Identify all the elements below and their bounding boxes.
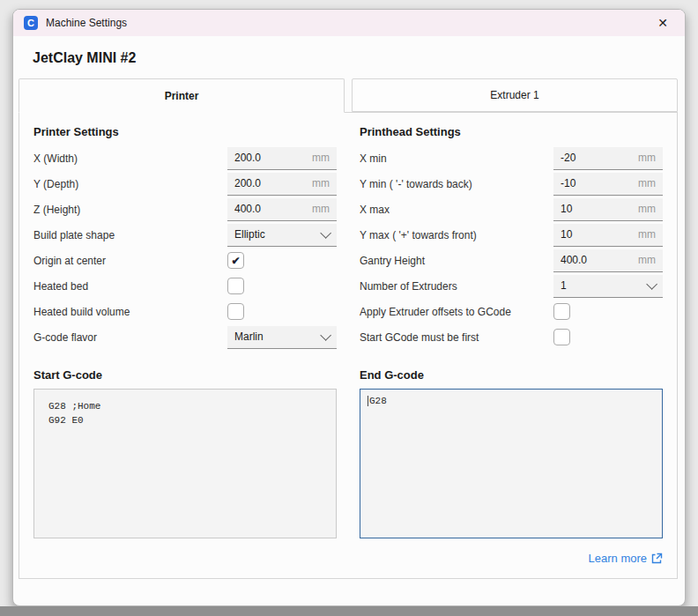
end-gcode-section: End G-code G28 [360, 368, 663, 538]
field-label: X max [360, 204, 553, 216]
field-row: Number of Extruders 1 [360, 273, 663, 299]
field-label: G-code flavor [33, 331, 227, 344]
field-label: Origin at center [33, 255, 227, 267]
field-row: Y min ( '-' towards back) -10 mm [360, 171, 663, 197]
field-row: Start GCode must be first [360, 324, 663, 350]
field-label: Number of Extruders [360, 280, 553, 293]
checkmark-icon: ✔ [231, 256, 240, 266]
field-value: 400.0 [561, 254, 587, 266]
field-row: G-code flavor Marlin [33, 324, 337, 350]
field-label: Y max ( '+' towards front) [360, 229, 553, 241]
learn-more-link[interactable]: Learn more [589, 552, 663, 565]
tab-printer[interactable]: Printer [19, 78, 345, 113]
field-label: Build plate shape [33, 229, 227, 241]
field-value: 10 [561, 203, 572, 215]
field-label: Start GCode must be first [360, 331, 553, 344]
field-value: 10 [561, 228, 572, 241]
field-value: 200.0 [234, 152, 261, 164]
origin-at-center-checkbox[interactable]: ✔ [227, 252, 244, 269]
titlebar: C Machine Settings ✕ [13, 10, 685, 36]
field-label: Z (Height) [33, 204, 227, 216]
learn-more-label: Learn more [589, 552, 647, 565]
field-unit: mm [638, 203, 656, 215]
z-height-input[interactable]: 400.0 mm [227, 198, 337, 221]
printer-tab-panel: Printer Settings X (Width) 200.0 mm Y (D… [19, 112, 678, 579]
build-plate-shape-select[interactable]: Elliptic [227, 224, 337, 247]
field-unit: mm [638, 177, 656, 189]
field-row: X max 10 mm [360, 197, 663, 222]
field-row: Apply Extruder offsets to GCode [360, 299, 663, 324]
field-label: X (Width) [33, 152, 227, 165]
tab-extruder-1[interactable]: Extruder 1 [352, 78, 678, 112]
section-title-printer-settings: Printer Settings [33, 125, 337, 138]
printer-settings-section: Printer Settings X (Width) 200.0 mm Y (D… [33, 125, 337, 350]
chevron-down-icon [646, 278, 657, 290]
number-of-extruders-select[interactable]: 1 [553, 275, 663, 298]
field-row: Build plate shape Elliptic [33, 222, 337, 248]
dropdown-value: 1 [561, 279, 567, 292]
gcode-flavor-select[interactable]: Marlin [227, 326, 337, 349]
field-row: X min -20 mm [360, 145, 663, 171]
field-label: Heated bed [33, 280, 227, 293]
y-max-input[interactable]: 10 mm [553, 224, 663, 247]
section-title-end-gcode: End G-code [360, 368, 663, 382]
field-unit: mm [312, 177, 330, 189]
field-label: Apply Extruder offsets to GCode [360, 306, 553, 318]
panel-footer: Learn more [360, 552, 663, 565]
start-gcode-textarea[interactable]: G28 ;Home G92 E0 [33, 389, 337, 538]
field-value: -20 [561, 152, 575, 164]
end-gcode-textarea[interactable]: G28 [360, 389, 663, 538]
heated-build-volume-checkbox[interactable] [227, 303, 244, 320]
x-max-input[interactable]: 10 mm [553, 198, 663, 221]
machine-settings-dialog: C Machine Settings ✕ JetClay MINI #2 Pri… [12, 9, 686, 606]
field-value: 200.0 [234, 177, 261, 189]
field-unit: mm [312, 152, 330, 164]
field-value: 400.0 [234, 203, 261, 215]
field-label: X min [360, 152, 553, 165]
chevron-down-icon [320, 227, 331, 239]
field-label: Gantry Height [360, 255, 553, 267]
external-link-icon [651, 553, 663, 564]
heated-bed-checkbox[interactable] [227, 278, 244, 294]
printhead-settings-section: Printhead Settings X min -20 mm Y min ( … [360, 125, 663, 350]
machine-name: JetClay MINI #2 [33, 50, 685, 66]
field-row: Heated build volume [33, 299, 337, 324]
apply-extruder-offsets-checkbox[interactable] [553, 303, 570, 320]
field-label: Y min ( '-' towards back) [360, 178, 553, 190]
start-gcode-section: Start G-code G28 ;Home G92 E0 [33, 368, 337, 538]
tab-bar: Printer Extruder 1 [19, 78, 678, 112]
y-min-input[interactable]: -10 mm [553, 173, 663, 196]
start-gcode-first-checkbox[interactable] [553, 329, 570, 345]
field-row: Heated bed [33, 273, 337, 299]
field-row: Origin at center ✔ [33, 248, 337, 273]
chevron-down-icon [320, 330, 331, 341]
gantry-height-input[interactable]: 400.0 mm [553, 249, 663, 272]
section-title-printhead-settings: Printhead Settings [360, 125, 663, 138]
close-button[interactable]: ✕ [653, 13, 672, 33]
x-width-input[interactable]: 200.0 mm [227, 147, 337, 170]
field-unit: mm [638, 152, 656, 164]
field-label: Heated build volume [33, 306, 227, 318]
field-unit: mm [638, 254, 656, 266]
end-gcode-text: G28 [369, 396, 387, 406]
y-depth-input[interactable]: 200.0 mm [227, 173, 337, 196]
field-row: Gantry Height 400.0 mm [360, 248, 663, 273]
window-title: Machine Settings [46, 17, 127, 29]
section-title-start-gcode: Start G-code [33, 368, 337, 382]
text-cursor [368, 396, 368, 406]
cura-logo-icon: C [24, 16, 38, 30]
field-unit: mm [312, 203, 330, 215]
dropdown-value: Marlin [234, 330, 264, 343]
field-label: Y (Depth) [33, 178, 227, 190]
dropdown-value: Elliptic [234, 228, 265, 241]
field-value: -10 [561, 177, 575, 189]
field-row: Y max ( '+' towards front) 10 mm [360, 222, 663, 248]
field-row: X (Width) 200.0 mm [33, 145, 337, 171]
field-row: Y (Depth) 200.0 mm [33, 171, 337, 197]
field-unit: mm [638, 228, 656, 241]
field-row: Z (Height) 400.0 mm [33, 197, 337, 222]
desktop-edge [0, 606, 698, 616]
x-min-input[interactable]: -20 mm [553, 147, 663, 170]
